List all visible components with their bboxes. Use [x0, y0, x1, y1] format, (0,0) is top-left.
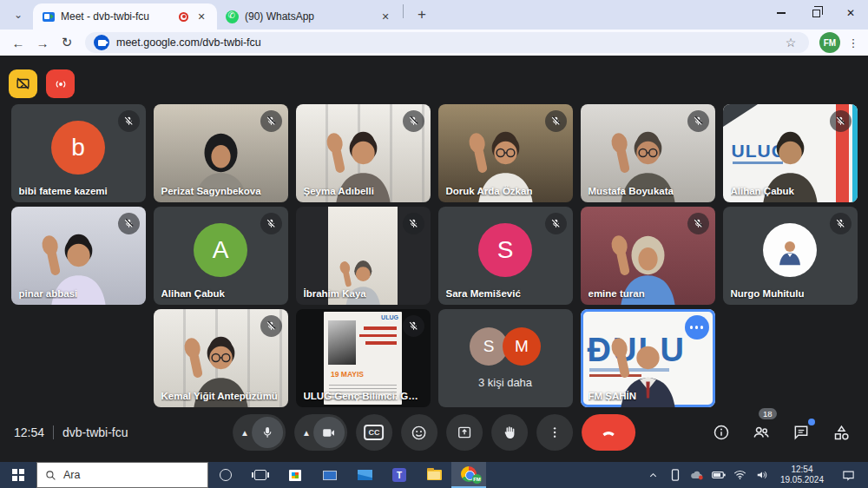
tab-close-icon[interactable]: ✕ [378, 10, 392, 23]
letter-avatar: b [51, 121, 105, 175]
reload-button[interactable]: ↻ [56, 31, 78, 54]
grid-row: pinar abbasiAAlihan Çabukİbrahim KayaSSa… [11, 207, 858, 305]
window-controls: ✕ [764, 0, 868, 26]
smiley-icon [411, 425, 427, 441]
this-pc-icon [323, 471, 337, 480]
volume-icon[interactable] [755, 468, 769, 482]
captions-button[interactable]: CC [356, 414, 392, 451]
participant-tile[interactable]: SSara Memišević [438, 207, 573, 305]
participant-name: Doruk Arda Özkan [446, 186, 533, 196]
participant-name: ULUG Genç Bilimci. Gir... [304, 391, 421, 401]
status-indicators [9, 69, 75, 98]
participant-tile[interactable]: Kemal Yiğit Antepüzümü [154, 309, 288, 407]
kebab-menu-icon [548, 425, 562, 439]
restore-button[interactable] [799, 0, 833, 26]
browser-menu-icon[interactable]: ⋮ [845, 36, 861, 49]
more-options-button[interactable] [536, 414, 573, 451]
windows-logo-icon [12, 469, 24, 481]
participant-tile[interactable]: Nurgo Muhitulu [723, 207, 858, 305]
task-view-button[interactable] [243, 462, 278, 488]
taskbar-clock[interactable]: 12:54 19.05.2024 [777, 465, 827, 486]
meeting-info: 12:54 dvb-twbi-fcu [14, 425, 128, 439]
participant-tile[interactable]: Mustafa Boyukata [581, 104, 715, 202]
profile-avatar[interactable]: FM [819, 32, 840, 53]
raise-hand-button[interactable] [491, 414, 528, 451]
participant-tile[interactable]: İbrahim Kaya [296, 207, 431, 305]
mic-options-chevron-icon[interactable]: ▲ [240, 428, 249, 438]
hand-icon [502, 425, 517, 440]
back-button[interactable]: ← [7, 31, 30, 54]
minimize-button[interactable] [764, 0, 799, 26]
browser-window: ⌄ Meet - dvb-twbi-fcu ✕ (90) WhatsApp ✕ … [0, 0, 868, 488]
mic-button[interactable] [252, 417, 283, 448]
action-center-button[interactable] [835, 470, 861, 481]
live-recording-indicator[interactable] [46, 69, 75, 98]
participant-tile[interactable]: Şeyma Adıbelli [296, 104, 431, 202]
info-button[interactable] [710, 421, 733, 444]
cast-unavailable-indicator[interactable] [9, 69, 37, 98]
address-bar[interactable]: meet.google.com/dvb-twbi-fcu ☆ [85, 32, 809, 53]
tab-title: (90) WhatsApp [245, 10, 372, 23]
participant-tile[interactable]: bbibi fateme kazemi [11, 104, 146, 202]
mic-control: ▲ [233, 414, 286, 451]
site-meet-icon [94, 35, 109, 50]
present-button[interactable] [446, 414, 483, 451]
store-button[interactable] [278, 462, 312, 488]
camera-control: ▲ [294, 414, 347, 451]
grid-row: Kemal Yiğit AntepüzümüULUG19 MAYISULUG G… [154, 309, 715, 407]
phone-icon[interactable] [668, 468, 682, 482]
this-pc-button[interactable] [312, 462, 347, 488]
url-text: meet.google.com/dvb-twbi-fcu [116, 36, 774, 49]
people-button[interactable]: 18 [750, 421, 773, 444]
tab-meet[interactable]: Meet - dvb-twbi-fcu ✕ [33, 3, 217, 30]
participant-name: Sara Memišević [446, 288, 521, 299]
bookmark-star-icon[interactable]: ☆ [781, 36, 800, 49]
participant-tile[interactable]: Doruk Arda Özkan [438, 104, 573, 202]
participant-name: bibi fateme kazemi [19, 186, 108, 196]
participant-tile[interactable]: ULUG19 MAYISULUG Genç Bilimci. Gir... [296, 309, 431, 407]
tray-expand-icon[interactable] [647, 468, 661, 482]
activities-button[interactable] [830, 421, 852, 444]
present-screen-icon [457, 425, 472, 440]
teams-button[interactable]: T [382, 462, 417, 488]
new-tab-button[interactable]: + [411, 3, 433, 26]
mail-button[interactable] [347, 462, 382, 488]
info-icon [713, 424, 730, 441]
tile-options-button[interactable] [685, 315, 709, 340]
more-participants-tile[interactable]: SM3 kişi daha [438, 309, 573, 407]
end-call-button[interactable] [582, 414, 635, 451]
chrome-taskbar-button[interactable]: FM [451, 462, 486, 488]
tab-search-button[interactable]: ⌄ [7, 3, 30, 26]
letter-avatar: A [194, 223, 247, 277]
chat-button[interactable] [790, 421, 812, 444]
mic-off-icon [545, 110, 567, 132]
wifi-icon[interactable] [733, 468, 747, 482]
participant-tile[interactable]: Perizat Sagynbekova [154, 104, 288, 202]
participant-name: Alihan Çabuk [731, 186, 794, 196]
participant-tile[interactable]: ĐULUFM ŞAHİN [581, 309, 715, 407]
participant-tile[interactable]: AAlihan Çabuk [154, 207, 288, 305]
letter-avatar: M [503, 327, 541, 366]
people-icon [752, 423, 771, 442]
start-button[interactable] [0, 462, 36, 488]
mic-off-icon [403, 315, 424, 337]
battery-icon[interactable] [712, 468, 726, 482]
onedrive-icon[interactable] [690, 468, 704, 482]
taskbar-search-box[interactable]: Ara [36, 462, 208, 488]
action-center-icon [842, 470, 855, 481]
participant-tile[interactable]: pinar abbasi [11, 207, 146, 305]
camera-options-chevron-icon[interactable]: ▲ [302, 428, 311, 438]
reactions-button[interactable] [401, 414, 437, 451]
tab-close-icon[interactable]: ✕ [194, 10, 208, 23]
tab-whatsapp[interactable]: (90) WhatsApp ✕ [217, 3, 401, 30]
participant-tile[interactable]: emine turan [581, 207, 715, 305]
camera-button[interactable] [313, 417, 345, 448]
forward-button[interactable]: → [31, 31, 54, 54]
file-explorer-button[interactable] [417, 462, 451, 488]
mic-off-icon [260, 110, 282, 132]
close-button[interactable]: ✕ [833, 0, 868, 26]
participant-name: Perizat Sagynbekova [161, 186, 261, 196]
cortana-button[interactable] [208, 462, 243, 488]
captions-cc-icon: CC [364, 425, 384, 440]
participant-tile[interactable]: ULUGAlihan Çabuk [723, 104, 858, 202]
